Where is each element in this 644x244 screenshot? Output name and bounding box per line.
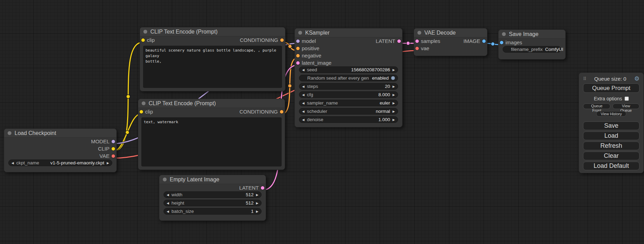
input-label: model (302, 38, 316, 44)
widget-batch_size[interactable]: ◀batch_size1▶ (164, 208, 262, 215)
decrement-arrow-icon[interactable]: ◀ (167, 201, 169, 205)
node-clip-text-encode-positive[interactable]: CLIP Text Encode (Prompt)clipCONDITIONIN… (140, 27, 285, 91)
decrement-arrow-icon[interactable]: ◀ (302, 101, 305, 105)
collapse-dot-icon[interactable] (417, 31, 421, 35)
widget-label: scheduler (307, 109, 327, 114)
widget-steps[interactable]: ◀steps20▶ (299, 83, 398, 90)
input-dot-images[interactable] (500, 41, 503, 44)
node-title-bar[interactable]: CLIP Text Encode (Prompt) (140, 27, 285, 36)
decrement-arrow-icon[interactable]: ◀ (167, 210, 169, 213)
node-title-bar[interactable]: VAE Decode (414, 28, 487, 37)
output-label: CONDITIONING (240, 37, 278, 43)
decrement-arrow-icon[interactable]: ◀ (302, 85, 305, 88)
save-button[interactable]: Save (583, 121, 639, 130)
clear-button[interactable]: Clear (583, 152, 639, 160)
widget-random-seed-after-every-gen[interactable]: Random seed after every genenabled (299, 75, 398, 81)
input-dot-samples[interactable] (415, 39, 419, 43)
node-title-bar[interactable]: CLIP Text Encode (Prompt) (138, 99, 285, 108)
slot-row: latent_image (295, 59, 402, 66)
queue-prompt-button[interactable]: Queue Prompt (583, 83, 639, 93)
input-dot-positive[interactable] (296, 47, 300, 50)
collapse-dot-icon[interactable] (502, 32, 506, 36)
widget-cfg[interactable]: ◀cfg8.000▶ (299, 91, 398, 98)
collapse-dot-icon[interactable] (142, 101, 145, 105)
view-history-button[interactable]: View History (596, 111, 626, 117)
output-dot-CONDITIONING[interactable] (280, 110, 283, 114)
node-vae-decode[interactable]: VAE DecodesamplesIMAGEvae (414, 28, 487, 56)
node-ksampler[interactable]: KSamplermodelLATENTpositivenegativelaten… (294, 28, 403, 127)
node-clip-text-encode-negative[interactable]: CLIP Text Encode (Prompt)clipCONDITIONIN… (138, 99, 285, 170)
widget-height[interactable]: ◀height512▶ (164, 200, 262, 206)
input-dot-model[interactable] (296, 39, 300, 43)
output-dot-CONDITIONING[interactable] (280, 38, 284, 42)
canvas[interactable]: Load CheckpointMODELCLIPVAE◀ckpt_namev1-… (0, 0, 644, 244)
node-title-bar[interactable]: KSampler (295, 28, 402, 37)
output-dot-MODEL[interactable] (112, 140, 115, 143)
input-label: latent_image (302, 60, 332, 66)
widget-seed[interactable]: ◀seed156680208700286▶ (299, 66, 398, 73)
decrement-arrow-icon[interactable]: ◀ (302, 93, 305, 97)
output-dot-LATENT[interactable] (261, 186, 264, 190)
node-empty-latent-image[interactable]: Empty Latent ImageLATENT◀width512▶◀heigh… (159, 175, 266, 221)
input-dot-clip[interactable] (140, 110, 143, 114)
node-title-bar[interactable]: Load Checkpoint (4, 129, 116, 138)
input-dot-negative[interactable] (296, 54, 300, 57)
input-dot-clip[interactable] (141, 38, 145, 42)
output-dot-CLIP[interactable] (112, 147, 115, 151)
drag-handle-icon[interactable]: ⠿ (583, 76, 586, 81)
widget-filename_prefix[interactable]: filename_prefixComfyUI (503, 46, 561, 53)
widget-scheduler[interactable]: ◀schedulernormal▶ (299, 108, 398, 115)
node-save-image[interactable]: Save Imageimagesfilename_prefixComfyUI (498, 29, 566, 60)
increment-arrow-icon[interactable]: ▶ (392, 68, 395, 72)
decrement-arrow-icon[interactable]: ◀ (302, 68, 305, 72)
widget-label: seed (307, 67, 317, 72)
node-load-checkpoint[interactable]: Load CheckpointMODELCLIPVAE◀ckpt_namev1-… (4, 128, 117, 172)
link-clip-to-negative-prompt (114, 114, 141, 151)
collapse-dot-icon[interactable] (298, 31, 302, 35)
view-queue-button[interactable]: View Queue (612, 103, 639, 109)
increment-arrow-icon[interactable]: ▶ (392, 93, 395, 97)
toggle-indicator[interactable] (391, 76, 395, 80)
increment-arrow-icon[interactable]: ▶ (256, 193, 258, 197)
input-slot-latent_image: latent_image (296, 60, 332, 66)
input-slot-model: model (296, 38, 316, 44)
prompt-textarea[interactable] (143, 46, 282, 88)
increment-arrow-icon[interactable]: ▶ (392, 101, 395, 105)
widget-sampler_name[interactable]: ◀sampler_nameeuler▶ (299, 100, 398, 106)
node-title-text: VAE Decode (424, 30, 456, 36)
input-dot-latent_image[interactable] (296, 61, 300, 65)
output-dot-LATENT[interactable] (397, 39, 401, 43)
input-label: clip (147, 37, 155, 43)
decrement-arrow-icon[interactable]: ◀ (11, 161, 14, 165)
increment-arrow-icon[interactable]: ▶ (107, 161, 109, 165)
node-title-bar[interactable]: Save Image (499, 30, 565, 39)
increment-arrow-icon[interactable]: ▶ (392, 118, 395, 121)
input-dot-vae[interactable] (415, 47, 419, 50)
increment-arrow-icon[interactable]: ▶ (392, 110, 395, 113)
input-slot-samples: samples (415, 38, 440, 44)
widget-ckpt_name[interactable]: ◀ckpt_namev1-5-pruned-emaonly.ckpt▶ (8, 160, 112, 166)
refresh-button[interactable]: Refresh (583, 142, 639, 150)
prompt-textarea[interactable] (141, 117, 282, 166)
gear-icon[interactable]: ⚙ (634, 76, 639, 82)
collapse-dot-icon[interactable] (143, 30, 147, 34)
increment-arrow-icon[interactable]: ▶ (256, 210, 258, 213)
widget-width[interactable]: ◀width512▶ (164, 191, 262, 198)
increment-arrow-icon[interactable]: ▶ (256, 201, 258, 205)
load-default-button[interactable]: Load Default (583, 162, 639, 170)
decrement-arrow-icon[interactable]: ◀ (167, 193, 169, 197)
slot-row: vae (414, 45, 487, 52)
increment-arrow-icon[interactable]: ▶ (392, 85, 395, 88)
collapse-dot-icon[interactable] (163, 178, 167, 181)
collapse-dot-icon[interactable] (8, 131, 11, 135)
load-button[interactable]: Load (583, 132, 639, 140)
widget-denoise[interactable]: ◀denoise1.000▶ (299, 116, 398, 123)
extra-options-checkbox[interactable] (625, 97, 629, 101)
output-dot-IMAGE[interactable] (482, 39, 486, 43)
decrement-arrow-icon[interactable]: ◀ (302, 118, 305, 121)
node-title-bar[interactable]: Empty Latent Image (159, 175, 266, 184)
queue-front-button[interactable]: Queue Front (583, 103, 610, 109)
decrement-arrow-icon[interactable]: ◀ (302, 110, 305, 113)
queue-panel[interactable]: ⠿ Queue size: 0 ⚙ Queue Prompt Extra opt… (579, 73, 644, 173)
output-dot-VAE[interactable] (112, 154, 115, 158)
